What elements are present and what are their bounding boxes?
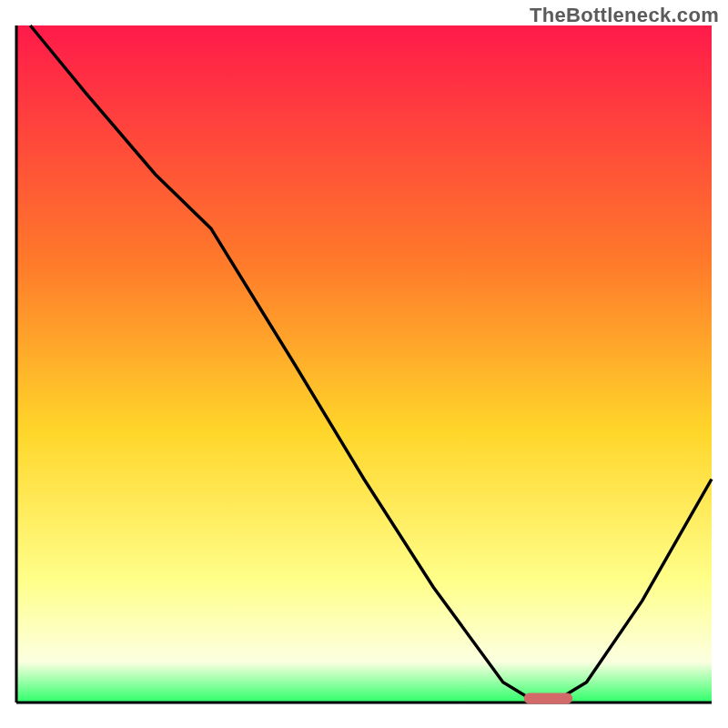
plot-background bbox=[16, 25, 712, 703]
bottleneck-chart: TheBottleneck.com bbox=[0, 0, 728, 728]
optimum-marker bbox=[524, 693, 573, 704]
chart-svg bbox=[0, 0, 728, 728]
